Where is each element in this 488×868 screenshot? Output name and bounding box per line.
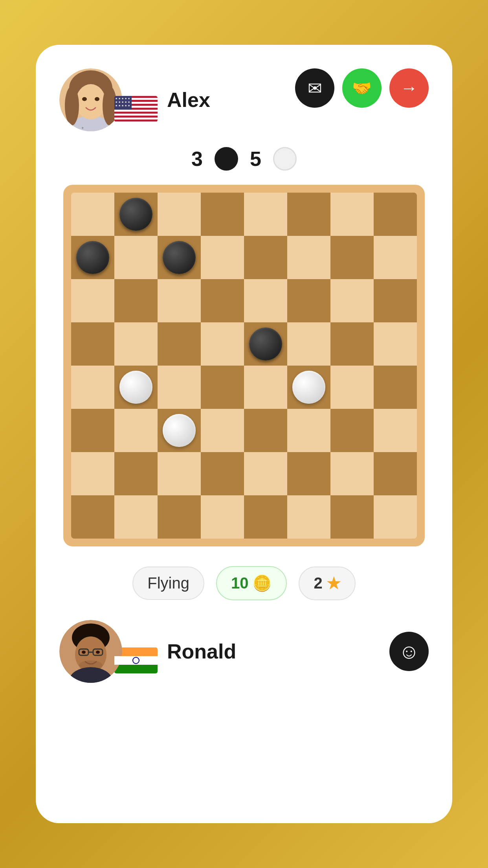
board-cell-2-3[interactable] <box>201 279 244 322</box>
board-cell-3-6[interactable] <box>330 322 374 366</box>
board-cell-6-1[interactable] <box>114 452 158 495</box>
score-white: 5 <box>250 147 261 171</box>
board-cell-3-5[interactable] <box>287 322 330 366</box>
board-cell-5-1[interactable] <box>114 409 158 452</box>
board-cell-0-5[interactable] <box>287 193 330 236</box>
board-cell-2-0[interactable] <box>71 279 114 322</box>
board-cell-1-2[interactable] <box>158 236 201 279</box>
exit-arrow-icon: → <box>400 78 418 98</box>
svg-point-3 <box>76 84 106 120</box>
black-piece <box>76 241 109 274</box>
white-piece <box>163 414 196 447</box>
board-cell-7-6[interactable] <box>330 495 374 539</box>
svg-text:✦: ✦ <box>81 126 84 130</box>
checkerboard[interactable] <box>71 193 417 539</box>
board-cell-5-4[interactable] <box>244 409 287 452</box>
board-cell-2-1[interactable] <box>114 279 158 322</box>
board-cell-7-0[interactable] <box>71 495 114 539</box>
board-cell-3-0[interactable] <box>71 322 114 366</box>
board-cell-6-7[interactable] <box>374 452 417 495</box>
board-cell-0-0[interactable] <box>71 193 114 236</box>
board-cell-5-5[interactable] <box>287 409 330 452</box>
board-cell-6-5[interactable] <box>287 452 330 495</box>
flying-badge: Flying <box>132 566 204 600</box>
score-row: 3 5 <box>191 147 297 171</box>
board-cell-3-2[interactable] <box>158 322 201 366</box>
coins-icon: 🪙 <box>252 574 272 592</box>
board-cell-0-4[interactable] <box>244 193 287 236</box>
board-cell-7-4[interactable] <box>244 495 287 539</box>
svg-point-16 <box>96 651 100 654</box>
board-cell-5-6[interactable] <box>330 409 374 452</box>
board-cell-4-5[interactable] <box>287 366 330 409</box>
flag-name-alex: ★★★★★★★★★★★★★★★ <box>114 94 158 122</box>
board-cell-6-4[interactable] <box>244 452 287 495</box>
board-cell-2-6[interactable] <box>330 279 374 322</box>
board-cell-1-0[interactable] <box>71 236 114 279</box>
board-cell-4-7[interactable] <box>374 366 417 409</box>
board-cell-7-2[interactable] <box>158 495 201 539</box>
player-alex-name: Alex <box>167 88 210 112</box>
board-cell-0-6[interactable] <box>330 193 374 236</box>
board-cell-3-1[interactable] <box>114 322 158 366</box>
board-cell-7-5[interactable] <box>287 495 330 539</box>
mail-icon: ✉ <box>308 78 322 98</box>
avatar-ronald <box>59 620 122 683</box>
player-ronald-name: Ronald <box>167 640 236 663</box>
emoji-icon: ☺ <box>398 640 419 663</box>
mail-button[interactable]: ✉ <box>295 68 334 108</box>
board-cell-1-1[interactable] <box>114 236 158 279</box>
black-piece <box>249 327 282 360</box>
board-cell-5-2[interactable] <box>158 409 201 452</box>
svg-point-4 <box>65 86 79 125</box>
white-piece-indicator <box>273 147 297 171</box>
board-cell-6-2[interactable] <box>158 452 201 495</box>
board-cell-5-3[interactable] <box>201 409 244 452</box>
board-cell-4-0[interactable] <box>71 366 114 409</box>
coins-badge: 10 🪙 <box>216 566 287 600</box>
avatar-ronald-image <box>59 620 122 683</box>
board-cell-3-3[interactable] <box>201 322 244 366</box>
board-cell-3-4[interactable] <box>244 322 287 366</box>
board-cell-6-0[interactable] <box>71 452 114 495</box>
exit-button[interactable]: → <box>389 68 429 108</box>
game-card: ✉ 🤝 → <box>36 45 452 823</box>
player-bottom-section: Ronald ☺ <box>59 620 429 683</box>
board-cell-5-0[interactable] <box>71 409 114 452</box>
header-buttons: ✉ 🤝 → <box>295 68 429 108</box>
handshake-button[interactable]: 🤝 <box>342 68 382 108</box>
board-cell-0-2[interactable] <box>158 193 201 236</box>
board-cell-4-3[interactable] <box>201 366 244 409</box>
board-cell-1-7[interactable] <box>374 236 417 279</box>
board-cell-0-3[interactable] <box>201 193 244 236</box>
board-cell-1-6[interactable] <box>330 236 374 279</box>
board-cell-5-7[interactable] <box>374 409 417 452</box>
svg-point-15 <box>82 651 86 654</box>
board-cell-3-7[interactable] <box>374 322 417 366</box>
board-cell-7-1[interactable] <box>114 495 158 539</box>
emoji-button[interactable]: ☺ <box>389 632 429 671</box>
board-cell-6-6[interactable] <box>330 452 374 495</box>
board-cell-6-3[interactable] <box>201 452 244 495</box>
board-cell-0-1[interactable] <box>114 193 158 236</box>
white-piece <box>292 371 325 404</box>
board-cell-1-3[interactable] <box>201 236 244 279</box>
board-cell-4-6[interactable] <box>330 366 374 409</box>
board-cell-1-4[interactable] <box>244 236 287 279</box>
stars-value: 2 <box>314 574 322 592</box>
board-cell-4-2[interactable] <box>158 366 201 409</box>
board-cell-2-2[interactable] <box>158 279 201 322</box>
board-cell-4-1[interactable] <box>114 366 158 409</box>
board-cell-2-4[interactable] <box>244 279 287 322</box>
svg-point-7 <box>95 97 99 101</box>
board-cell-4-4[interactable] <box>244 366 287 409</box>
board-cell-7-7[interactable] <box>374 495 417 539</box>
black-piece-indicator <box>215 147 238 171</box>
board-cell-2-5[interactable] <box>287 279 330 322</box>
svg-point-6 <box>82 97 87 101</box>
flag-us: ★★★★★★★★★★★★★★★ <box>114 96 158 122</box>
board-cell-0-7[interactable] <box>374 193 417 236</box>
board-cell-2-7[interactable] <box>374 279 417 322</box>
board-cell-1-5[interactable] <box>287 236 330 279</box>
board-cell-7-3[interactable] <box>201 495 244 539</box>
